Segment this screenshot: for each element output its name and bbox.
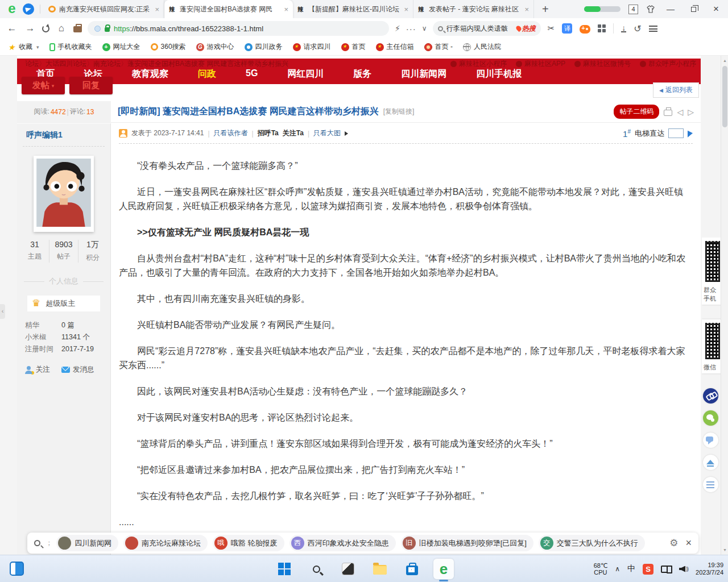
apps-grid-icon[interactable] (598, 24, 606, 32)
start-button[interactable] (274, 559, 295, 579)
new-post-button[interactable]: 发帖▾ (22, 77, 65, 94)
greet-link[interactable]: 招呼Ta (258, 128, 279, 138)
thread-list-icon[interactable] (703, 477, 718, 492)
search-query[interactable]: 行李箱内现人类遗骸 (446, 24, 513, 34)
widgets-panel-icon[interactable] (10, 562, 24, 576)
memory-speedbar[interactable] (584, 6, 621, 12)
site-nav-item[interactable]: 四川手机报 (476, 68, 522, 80)
bookmark-item[interactable]: 首页 (341, 42, 366, 52)
browser-tab[interactable]: 南充蓬安兴旺镇回应网友:正采 × (44, 0, 164, 18)
search-box[interactable]: 行李箱内现人类遗骸 热搜 (433, 21, 541, 36)
translate-icon[interactable]: 译 (562, 23, 572, 34)
games-icon[interactable] (580, 25, 590, 34)
bookmark-item[interactable]: 主任信箱 (376, 42, 414, 52)
next-thread-icon[interactable]: ▷ (688, 107, 694, 117)
hot-search[interactable]: 热搜 (516, 24, 536, 34)
favorites-case-icon[interactable] (73, 26, 82, 32)
taskbar-search-icon[interactable] (306, 559, 326, 579)
share-icon[interactable] (703, 410, 718, 426)
copy-link[interactable]: [复制链接] (383, 107, 415, 117)
cpu-temp-widget[interactable]: 68℃ CPU (594, 562, 608, 576)
page-scrollbar[interactable]: ▲ ▼ (721, 56, 728, 555)
follow-user-button[interactable]: 关注 (25, 365, 50, 375)
cast-display-icon[interactable] (661, 566, 672, 573)
browser-taskbar-icon[interactable]: e (433, 559, 454, 579)
browser-tab[interactable]: 辣 发表帖子 - 蓬安论坛 麻辣社区 × (413, 0, 534, 18)
send-message-button[interactable]: 发消息 (61, 365, 94, 375)
bookmark-item[interactable]: 人民法院 (463, 42, 501, 52)
ime-indicator-icon[interactable]: 中 (627, 564, 635, 574)
refresh-button[interactable] (42, 25, 49, 32)
bookmark-item[interactable]: 四川政务 (245, 42, 283, 52)
url-text[interactable]: https://bbs.mala.cn/thread-16522388-1-1.… (114, 24, 263, 33)
scroll-up-icon[interactable]: ▲ (723, 59, 727, 63)
new-tab-button[interactable]: + (542, 3, 549, 16)
side-panel-handle[interactable]: ‹ (0, 304, 5, 319)
author-username[interactable]: 呼声编辑1 (23, 123, 105, 147)
post-qrcode-button[interactable]: 帖子二维码 (614, 105, 659, 119)
menu-icon[interactable] (649, 26, 657, 32)
restore-button[interactable] (686, 5, 701, 14)
follow-link[interactable]: 关注Ta (283, 128, 304, 138)
suggestion-pill[interactable]: 南充论坛麻辣论坛 (123, 535, 208, 551)
suggest-close-icon[interactable]: × (685, 537, 692, 549)
site-nav-item[interactable]: 问政 (198, 68, 216, 80)
qr-card-wechat[interactable]: 微信 (702, 319, 721, 373)
print-icon[interactable] (664, 110, 672, 116)
volume-icon[interactable]: )) (679, 566, 688, 572)
site-nav-item[interactable]: 四川新闻网 (401, 68, 446, 80)
download-icon[interactable]: ↓ (621, 24, 626, 32)
author-stat[interactable]: 31 主题 (20, 240, 49, 263)
only-author-link[interactable]: 只看该作者 (214, 128, 248, 138)
theme-shirt-icon[interactable] (646, 5, 655, 13)
site-top-link[interactable]: 麻辣社区微博号 (574, 59, 631, 69)
screenshot-scissors-icon[interactable]: ✂ (548, 23, 555, 34)
author-stat[interactable]: 1万 积分 (78, 240, 107, 263)
minimize-button[interactable]: — (663, 5, 678, 14)
tab-close-icon[interactable]: × (155, 5, 159, 14)
back-to-top-icon[interactable] (703, 455, 718, 470)
thread-title[interactable]: [即时新闻] 蓬安闯进全国村BA选拔赛 网民建言这样带动乡村振兴 (118, 106, 379, 118)
task-view-icon[interactable] (338, 559, 358, 579)
site-top-link[interactable]: 麻辣社区APP (516, 59, 565, 69)
scroll-down-icon[interactable]: ▼ (723, 548, 727, 552)
browser-logo-icon[interactable]: e (5, 2, 19, 16)
reply-button[interactable]: 回复 (69, 77, 113, 94)
messenger-icon[interactable] (23, 3, 34, 15)
prev-thread-icon[interactable]: ◁ (677, 107, 683, 117)
bookmark-item[interactable]: 请求四川 (293, 42, 331, 52)
address-bar[interactable]: https://bbs.mala.cn/thread-16522388-1-1.… (88, 21, 389, 36)
tray-expand-icon[interactable]: ∧ (615, 565, 620, 573)
only-images-link[interactable]: 只看大图 (313, 128, 341, 138)
site-nav-item[interactable]: 版务 (353, 68, 371, 80)
close-button[interactable]: × (709, 3, 723, 15)
site-nav-item[interactable]: 教育观察 (132, 68, 168, 80)
qr-card-voice[interactable]: 群众手机 (702, 238, 721, 305)
author-avatar[interactable] (34, 156, 94, 232)
restore-tab-icon[interactable]: ↺ (634, 23, 641, 34)
suggestion-pill[interactable]: 四川新闻网 (56, 535, 118, 551)
author-stat[interactable]: 8903 帖子 (49, 240, 78, 263)
clock-widget[interactable]: 19:39 2023/7/24 (696, 562, 723, 576)
home-button[interactable]: ⌂ (55, 23, 68, 34)
elevator-go-icon[interactable] (688, 130, 693, 137)
bookmark-item[interactable]: 首页 - (424, 42, 453, 52)
bookmark-item[interactable]: 游戏中心 (196, 42, 234, 52)
bookmark-item[interactable]: 网址大全 (102, 42, 140, 52)
expand-triangle-icon[interactable] (345, 131, 348, 136)
comments-icon[interactable] (703, 433, 718, 448)
back-to-list-button[interactable]: ◀返回列表 (653, 82, 699, 98)
bookmark-item[interactable]: 收藏 (8, 42, 39, 52)
browser-tab[interactable]: 辣 【新提醒】麻辣社区-四川论坛 × (293, 0, 413, 18)
site-nav-item[interactable]: 5G (246, 68, 258, 80)
scrollbar-thumb[interactable] (722, 66, 727, 127)
tab-count-badge[interactable]: 4 (628, 5, 638, 14)
tab-close-icon[interactable]: × (404, 5, 408, 14)
back-button[interactable]: ← (6, 23, 18, 34)
suggestion-pill[interactable]: 哦 哦豁 轮胎报废 (213, 535, 284, 551)
site-nav-item[interactable]: 网红四川 (287, 68, 324, 80)
bookmark-item[interactable]: 360搜索 (151, 42, 186, 52)
suggest-settings-icon[interactable]: ⚙ (669, 537, 678, 549)
more-options-icon[interactable]: ··· (406, 24, 416, 34)
speed-mode-icon[interactable]: ⚡ (395, 24, 400, 33)
